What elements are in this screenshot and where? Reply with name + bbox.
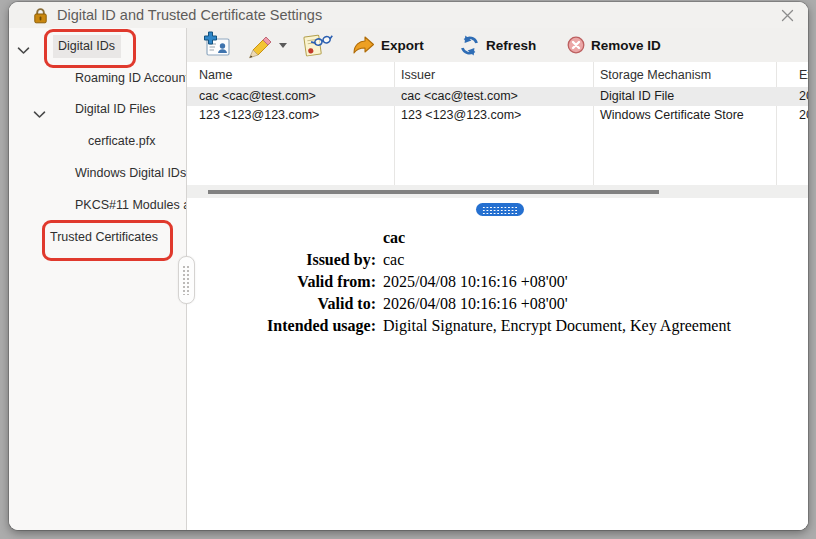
main-pane: Export Refresh	[187, 28, 808, 530]
field-value: Digital Signature, Encrypt Document, Key…	[383, 317, 803, 339]
add-id-card-icon	[201, 31, 231, 59]
sidebar-splitter-handle[interactable]	[178, 256, 195, 304]
sidebar-item-pkcs11-modules[interactable]: PKCS#11 Modules and	[75, 198, 187, 213]
cell-storage: Digital ID File	[600, 87, 674, 106]
cell-expires: 20	[799, 106, 808, 125]
lock-icon	[33, 7, 48, 24]
field-value: cac	[383, 251, 803, 273]
column-header-expires[interactable]: Ex	[799, 68, 808, 82]
export-button[interactable]: Export	[351, 28, 424, 62]
close-button[interactable]	[776, 6, 798, 24]
column-header-storage-mechanism[interactable]: Storage Mechanism	[600, 68, 711, 82]
sidebar-item-trusted-certificates[interactable]: Trusted Certificates	[50, 230, 158, 245]
cell-issuer: cac <cac@test.com>	[401, 87, 518, 106]
sidebar-item-label: cerficate.pfx	[88, 134, 155, 148]
sidebar-item-label: Digital IDs	[58, 39, 115, 53]
sidebar-item-label: Windows Digital IDs	[75, 166, 186, 180]
cell-name: 123 <123@123.com>	[199, 106, 319, 125]
column-header-name[interactable]: Name	[199, 68, 232, 82]
field-label: Issued by:	[187, 251, 376, 273]
digital-id-settings-dialog: Digital ID and Trusted Certificate Setti…	[9, 2, 808, 530]
refresh-button[interactable]: Refresh	[459, 28, 536, 62]
sidebar-item-windows-digital-ids[interactable]: Windows Digital IDs	[75, 166, 186, 181]
certificate-name: cac	[383, 229, 405, 247]
close-icon	[781, 9, 794, 22]
sidebar-item-digital-ids[interactable]: Digital IDs	[53, 35, 121, 58]
cell-expires: 20	[799, 87, 808, 106]
pencil-icon	[245, 32, 273, 59]
cell-issuer: 123 <123@123.com>	[401, 106, 521, 125]
export-label: Export	[381, 38, 424, 53]
sidebar-item-label: Trusted Certificates	[50, 230, 158, 244]
chevron-down-icon	[279, 43, 287, 48]
dialog-title: Digital ID and Trusted Certificate Setti…	[57, 7, 322, 23]
certificate-details-button[interactable]	[301, 28, 333, 62]
remove-circle-x-icon	[567, 36, 585, 54]
export-arrow-icon	[351, 35, 375, 56]
field-value: 2025/04/08 10:16:16 +08'00'	[383, 273, 803, 295]
scrollbar-thumb[interactable]	[208, 190, 659, 194]
sidebar-item-label: Roaming ID Accounts	[75, 71, 187, 85]
certificate-fields: Issued by: cac Valid from: 2025/04/08 10…	[187, 251, 803, 339]
remove-id-label: Remove ID	[591, 38, 661, 53]
sidebar-tree: Digital IDs Roaming ID Accounts Digital …	[9, 28, 187, 530]
field-label: Valid from:	[187, 273, 376, 295]
sidebar-item-label: Digital ID Files	[75, 102, 156, 116]
remove-id-button[interactable]: Remove ID	[567, 28, 661, 62]
table-row[interactable]: 123 <123@123.com> 123 <123@123.com> Wind…	[187, 106, 808, 125]
refresh-icon	[459, 35, 480, 56]
field-label: Valid to:	[187, 295, 376, 317]
table-row[interactable]: cac <cac@test.com> cac <cac@test.com> Di…	[187, 87, 808, 106]
sidebar-item-digital-id-files[interactable]: Digital ID Files	[75, 102, 156, 117]
add-digital-id-button[interactable]	[201, 28, 231, 62]
titlebar[interactable]: Digital ID and Trusted Certificate Setti…	[9, 2, 808, 28]
certificate-glasses-icon	[301, 32, 333, 58]
sidebar-item-label: PKCS#11 Modules and	[75, 198, 187, 212]
field-label: Intended usage:	[187, 317, 376, 339]
horizontal-scrollbar[interactable]	[187, 185, 808, 198]
pane-splitter-handle[interactable]	[476, 203, 524, 216]
toolbar: Export Refresh	[187, 28, 808, 62]
cell-name: cac <cac@test.com>	[199, 87, 316, 106]
column-header-issuer[interactable]: Issuer	[401, 68, 435, 82]
sidebar-item-roaming-id-accounts[interactable]: Roaming ID Accounts	[75, 71, 187, 86]
edit-id-button[interactable]	[245, 28, 287, 62]
cell-storage: Windows Certificate Store	[600, 106, 744, 125]
field-value: 2026/04/08 10:16:16 +08'00'	[383, 295, 803, 317]
chevron-down-icon[interactable]	[17, 41, 30, 49]
chevron-down-icon[interactable]	[33, 105, 46, 113]
sidebar-item-cerficate-pfx[interactable]: cerficate.pfx	[88, 134, 155, 149]
refresh-label: Refresh	[486, 38, 536, 53]
table-header: Name Issuer Storage Mechanism Ex	[187, 62, 808, 88]
certificate-details-pane: cac Issued by: cac Valid from: 2025/04/0…	[187, 198, 808, 530]
